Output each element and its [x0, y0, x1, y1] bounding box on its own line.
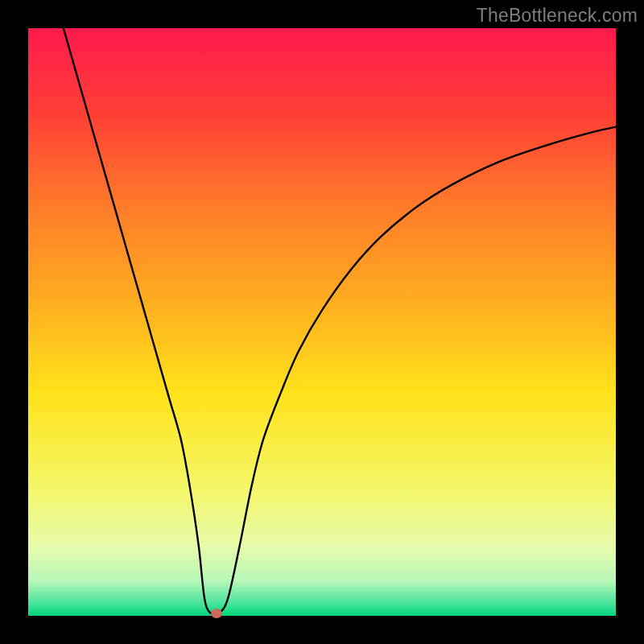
- plot-area: [28, 28, 616, 616]
- minimum-marker: [211, 609, 222, 618]
- chart-frame: TheBottleneck.com: [0, 0, 644, 644]
- watermark-text: TheBottleneck.com: [477, 5, 638, 27]
- bottleneck-curve: [28, 28, 616, 616]
